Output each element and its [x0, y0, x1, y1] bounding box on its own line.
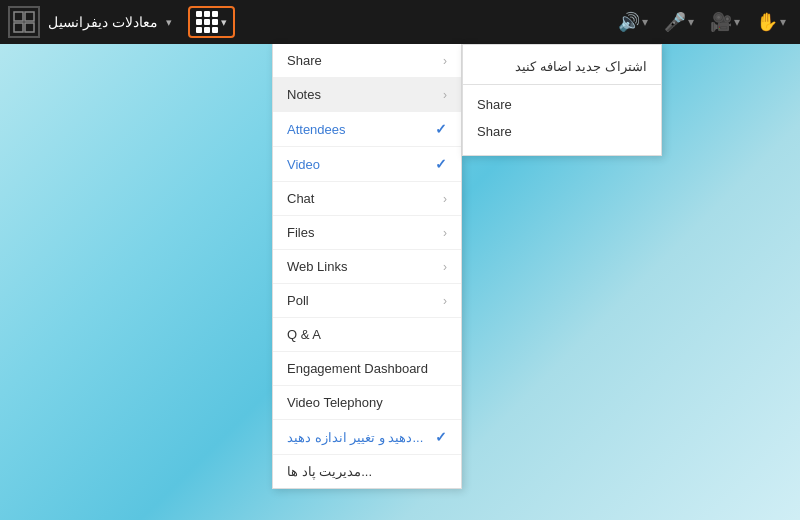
share-arrow: › [443, 54, 447, 68]
menu-item-share[interactable]: Share › [273, 44, 461, 78]
share-submenu-item-1[interactable]: Share [463, 91, 661, 118]
menu-item-engagement[interactable]: Engagement Dashboard [273, 352, 461, 386]
camera-icon: 🎥 [710, 11, 732, 33]
menu-item-chat[interactable]: Chat › [273, 182, 461, 216]
poll-label: Poll [287, 293, 309, 308]
title-chevron[interactable]: ▾ [166, 16, 172, 29]
weblinks-label: Web Links [287, 259, 347, 274]
attendees-check: ✓ [435, 121, 447, 137]
video-label: Video [287, 157, 320, 172]
menu-item-weblinks[interactable]: Web Links › [273, 250, 461, 284]
menu-item-manage[interactable]: ...مدیریت پاد ها [273, 455, 461, 488]
svg-rect-1 [25, 12, 34, 21]
mic-chevron: ▾ [688, 15, 694, 29]
topbar: معادلات دیفرانسیل ▾ ▾ 🔊 ▾ 🎤 ▾ 🎥 ▾ ✋ [0, 0, 800, 44]
qa-label: Q & A [287, 327, 321, 342]
cam-chevron: ▾ [734, 15, 740, 29]
share-submenu-item-2[interactable]: Share [463, 118, 661, 145]
files-label: Files [287, 225, 314, 240]
share-label: Share [287, 53, 322, 68]
share-submenu-panel: اشتراک جدید اضافه کنید Share Share [462, 44, 662, 156]
menu-item-video[interactable]: Video ✓ [273, 147, 461, 182]
speaker-icon: 🔊 [618, 11, 640, 33]
menu-item-attendees[interactable]: Attendees ✓ [273, 112, 461, 147]
menu-item-poll[interactable]: Poll › [273, 284, 461, 318]
speaker-chevron: ▾ [642, 15, 648, 29]
videotelephony-label: Video Telephony [287, 395, 383, 410]
app-logo [8, 6, 40, 38]
microphone-icon: 🎤 [664, 11, 686, 33]
files-arrow: › [443, 226, 447, 240]
poll-arrow: › [443, 294, 447, 308]
svg-rect-3 [25, 23, 34, 32]
menu-item-customize[interactable]: ...دهید و تغییر اندازه دهید ✓ [273, 420, 461, 455]
menu-item-qa[interactable]: Q & A [273, 318, 461, 352]
camera-button[interactable]: 🎥 ▾ [704, 7, 746, 37]
hand-chevron: ▾ [780, 15, 786, 29]
speaker-button[interactable]: 🔊 ▾ [612, 7, 654, 37]
customize-label: ...دهید و تغییر اندازه دهید [287, 430, 423, 445]
hand-icon: ✋ [756, 11, 778, 33]
notes-label: Notes [287, 87, 321, 102]
menu-item-files[interactable]: Files › [273, 216, 461, 250]
grid-icon [196, 11, 218, 33]
meeting-title: معادلات دیفرانسیل [48, 14, 158, 30]
customize-check: ✓ [435, 429, 447, 445]
svg-rect-0 [14, 12, 23, 21]
menu-item-videotelephony[interactable]: Video Telephony [273, 386, 461, 420]
grid-chevron: ▾ [221, 16, 227, 29]
apps-dropdown-panel: Share › Notes › Attendees ✓ Video ✓ Chat… [272, 44, 462, 489]
svg-rect-2 [14, 23, 23, 32]
chat-arrow: › [443, 192, 447, 206]
chat-label: Chat [287, 191, 314, 206]
manage-label: ...مدیریت پاد ها [287, 464, 372, 479]
microphone-button[interactable]: 🎤 ▾ [658, 7, 700, 37]
engagement-label: Engagement Dashboard [287, 361, 428, 376]
share-submenu-header: اشتراک جدید اضافه کنید [463, 55, 661, 85]
notes-arrow: › [443, 88, 447, 102]
video-check: ✓ [435, 156, 447, 172]
apps-grid-button[interactable]: ▾ [188, 6, 235, 38]
weblinks-arrow: › [443, 260, 447, 274]
attendees-label: Attendees [287, 122, 346, 137]
hand-button[interactable]: ✋ ▾ [750, 7, 792, 37]
menu-item-notes[interactable]: Notes › [273, 78, 461, 112]
